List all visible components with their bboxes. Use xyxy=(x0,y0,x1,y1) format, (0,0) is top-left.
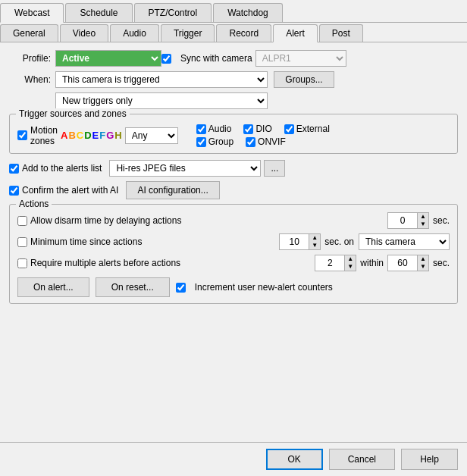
trigger-sources-title: Trigger sources and zones xyxy=(16,108,130,119)
sync-checkbox[interactable] xyxy=(161,54,171,64)
min-time-checkbox[interactable] xyxy=(17,237,27,247)
within-label: within xyxy=(360,258,384,268)
tab-general[interactable]: General xyxy=(0,24,58,42)
alert-type-select[interactable]: Hi-res JPEG files xyxy=(109,160,261,177)
external-check-item: External xyxy=(284,124,330,134)
dio-check-item: DIO xyxy=(243,124,271,134)
min-time-spinner-btns: ▲ ▼ xyxy=(309,233,321,250)
disarm-spinner-btns: ▲ ▼ xyxy=(418,212,429,229)
zone-d: D xyxy=(84,130,91,141)
multiple-spin-down[interactable]: ▼ xyxy=(345,263,356,271)
onvif-checkbox[interactable] xyxy=(246,137,255,147)
disarm-unit: sec. xyxy=(433,215,450,226)
multiple-checkbox[interactable] xyxy=(17,258,27,268)
filter-row: New triggers only xyxy=(55,92,458,109)
min-time-input[interactable] xyxy=(279,233,309,250)
zone-any-select[interactable]: Any xyxy=(125,127,178,144)
alpr-select[interactable]: ALPR1 xyxy=(255,50,346,67)
tab-video[interactable]: Video xyxy=(60,24,108,42)
zone-f: F xyxy=(99,130,105,141)
motion-zones-checkbox[interactable] xyxy=(17,130,27,140)
cancel-button[interactable]: Cancel xyxy=(329,449,395,470)
tab-post[interactable]: Post xyxy=(319,24,363,42)
dio-checkbox[interactable] xyxy=(243,124,253,134)
within-spin-up[interactable]: ▲ xyxy=(418,255,428,263)
disarm-spin-down[interactable]: ▼ xyxy=(418,221,428,228)
min-time-spin-down[interactable]: ▼ xyxy=(309,242,320,249)
audio-label: Audio xyxy=(208,124,232,134)
multiple-spin-up[interactable]: ▲ xyxy=(345,255,356,263)
within-input[interactable] xyxy=(387,255,418,271)
tab-ptz-control[interactable]: PTZ/Control xyxy=(134,3,212,22)
min-time-spinner: ▲ ▼ xyxy=(279,233,321,250)
audio-check-item: Audio xyxy=(196,124,232,134)
tab-watchdog[interactable]: Watchdog xyxy=(213,3,283,22)
disarm-spinner: ▲ ▼ xyxy=(387,212,429,229)
disarm-label: Allow disarm time by delaying actions xyxy=(30,215,387,226)
motion-zones-row: Motion zones A B C D E F G H Any xyxy=(17,124,450,147)
content-area: Profile: Active Sync with camera ALPR1 W… xyxy=(0,42,467,442)
tab-trigger[interactable]: Trigger xyxy=(161,24,215,42)
profile-label: Profile: xyxy=(9,53,51,64)
disarm-spin-up[interactable]: ▲ xyxy=(418,213,428,221)
zone-a: A xyxy=(61,130,67,141)
tab-alert[interactable]: Alert xyxy=(273,24,318,42)
tab-webcast[interactable]: Webcast xyxy=(0,3,64,23)
tab-record[interactable]: Record xyxy=(216,24,271,42)
zone-e: E xyxy=(92,130,99,141)
within-unit: sec. xyxy=(433,258,450,268)
onvif-check-item: ONVIF xyxy=(246,136,286,147)
filter-select[interactable]: New triggers only xyxy=(55,92,268,109)
within-spin-down[interactable]: ▼ xyxy=(418,263,428,271)
external-checkbox[interactable] xyxy=(284,124,294,134)
when-label: When: xyxy=(9,74,51,85)
disarm-checkbox[interactable] xyxy=(17,216,27,226)
motion-zones-label: Motion zones xyxy=(30,125,58,146)
increment-label: Increment user new-alert counters xyxy=(195,282,333,293)
source-checkboxes: Audio DIO External xyxy=(196,124,330,147)
disarm-input[interactable] xyxy=(387,212,418,229)
external-label: External xyxy=(296,124,330,134)
trigger-select[interactable]: This camera is triggered xyxy=(55,71,268,88)
multiple-spinner-btns: ▲ ▼ xyxy=(345,255,356,271)
browse-button[interactable]: ... xyxy=(264,160,285,177)
multiple-label: Require multiple alerts before actions xyxy=(30,258,315,268)
multiple-input[interactable] xyxy=(315,255,345,271)
footer: OK Cancel Help xyxy=(0,442,467,476)
confirm-ai-label: Confirm the alert with AI xyxy=(22,185,118,196)
add-alerts-checkbox[interactable] xyxy=(9,164,19,174)
tabs-top: Webcast Schedule PTZ/Control Watchdog xyxy=(0,0,467,23)
help-button[interactable]: Help xyxy=(401,449,458,470)
profile-select[interactable]: Active xyxy=(55,50,161,67)
add-alerts-row: Add to the alerts list Hi-res JPEG files… xyxy=(9,160,458,177)
tab-audio[interactable]: Audio xyxy=(110,24,159,42)
zone-letters: A B C D E F G H xyxy=(61,130,122,141)
when-row: When: This camera is triggered Groups... xyxy=(9,71,458,88)
tab-schedule[interactable]: Schedule xyxy=(65,3,132,22)
trigger-sources-group: Trigger sources and zones Motion zones A… xyxy=(9,114,458,154)
check-row-1: Audio DIO External xyxy=(196,124,330,134)
zone-c: C xyxy=(77,130,83,141)
min-time-spin-up[interactable]: ▲ xyxy=(309,234,320,242)
ai-config-button[interactable]: AI configuration... xyxy=(126,181,219,199)
groups-button[interactable]: Groups... xyxy=(274,71,334,88)
increment-checkbox[interactable] xyxy=(176,283,186,293)
tabs-second: General Video Audio Trigger Record Alert… xyxy=(0,23,467,42)
min-time-label: Minimum time since actions xyxy=(30,236,279,247)
zone-g: G xyxy=(106,130,114,141)
on-alert-button[interactable]: On alert... xyxy=(17,277,89,297)
min-time-unit: sec. on xyxy=(324,236,354,247)
multiple-spinner: ▲ ▼ xyxy=(315,255,356,271)
onvif-label: ONVIF xyxy=(258,136,286,147)
check-row-2: Group ONVIF xyxy=(196,136,330,147)
profile-row: Profile: Active Sync with camera ALPR1 xyxy=(9,50,458,67)
confirm-ai-row: Confirm the alert with AI AI configurati… xyxy=(9,181,458,199)
group-checkbox[interactable] xyxy=(196,137,206,147)
confirm-ai-checkbox[interactable] xyxy=(9,186,19,196)
ok-button[interactable]: OK xyxy=(266,449,323,470)
camera-select[interactable]: This camera xyxy=(359,233,450,250)
audio-checkbox[interactable] xyxy=(196,124,206,134)
group-label: Group xyxy=(208,136,234,147)
main-window: Webcast Schedule PTZ/Control Watchdog Ge… xyxy=(0,0,467,476)
on-reset-button[interactable]: On reset... xyxy=(96,277,170,297)
